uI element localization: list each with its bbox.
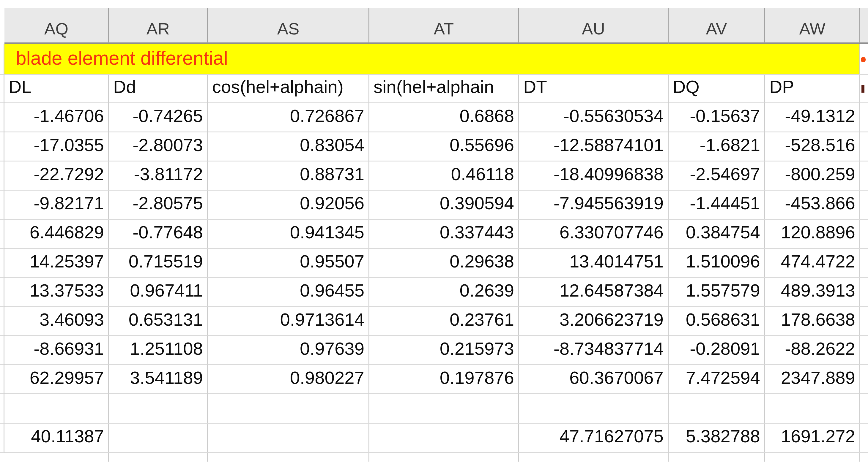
cell-r1-ar[interactable]: -0.74265 (109, 103, 208, 132)
cell-r5-aw[interactable]: 120.8896 (765, 220, 860, 249)
cell-r1-at[interactable]: 0.6868 (369, 103, 519, 132)
cell-r4-av[interactable]: -1.44451 (669, 191, 765, 220)
blank-cell-ar[interactable] (109, 394, 208, 424)
cell-r9-as[interactable]: 0.97639 (208, 336, 369, 365)
total-cell-at[interactable] (369, 424, 519, 453)
cell-r3-aq[interactable]: -22.7292 (4, 162, 109, 191)
partial-cell-aw[interactable] (765, 453, 860, 462)
cell-r7-at[interactable]: 0.2639 (369, 278, 519, 307)
merged-banner-cell[interactable]: blade element differential (4, 44, 860, 75)
cell-r7-as[interactable]: 0.96455 (208, 278, 369, 307)
cell-r10-ar[interactable]: 3.541189 (109, 365, 208, 394)
column-header-aq[interactable]: AQ (4, 8, 109, 44)
cell-r7-av[interactable]: 1.557579 (669, 278, 765, 307)
column-header-au[interactable]: AU (519, 8, 669, 44)
cell-r8-at[interactable]: 0.23761 (369, 307, 519, 336)
cell-r2-aw[interactable]: -528.516 (765, 132, 860, 162)
cell-r3-aw[interactable]: -800.259 (765, 162, 860, 191)
partial-cell-at[interactable] (369, 453, 519, 462)
cell-r4-ar[interactable]: -2.80575 (109, 191, 208, 220)
column-header-av[interactable]: AV (669, 8, 765, 44)
cell-r2-as[interactable]: 0.83054 (208, 132, 369, 162)
cell-r6-at[interactable]: 0.29638 (369, 249, 519, 278)
cell-r4-as[interactable]: 0.92056 (208, 191, 369, 220)
partial-cell-aq[interactable] (4, 453, 109, 462)
cell-r7-aq[interactable]: 13.37533 (4, 278, 109, 307)
cell-r8-as[interactable]: 0.9713614 (208, 307, 369, 336)
cell-r4-at[interactable]: 0.390594 (369, 191, 519, 220)
cell-r6-aq[interactable]: 14.25397 (4, 249, 109, 278)
total-cell-as[interactable] (208, 424, 369, 453)
cell-r5-av[interactable]: 0.384754 (669, 220, 765, 249)
column-header-aw[interactable]: AW (765, 8, 860, 44)
cell-r3-ar[interactable]: -3.81172 (109, 162, 208, 191)
cell-r10-au[interactable]: 60.3670067 (519, 365, 669, 394)
cell-r8-au[interactable]: 3.206623719 (519, 307, 669, 336)
cell-r6-av[interactable]: 1.510096 (669, 249, 765, 278)
cell-r9-ar[interactable]: 1.251108 (109, 336, 208, 365)
cell-r10-aw[interactable]: 2347.889 (765, 365, 860, 394)
cell-r9-aq[interactable]: -8.66931 (4, 336, 109, 365)
cell-r2-at[interactable]: 0.55696 (369, 132, 519, 162)
cell-r6-au[interactable]: 13.4014751 (519, 249, 669, 278)
cell-r7-au[interactable]: 12.64587384 (519, 278, 669, 307)
cell-r5-ar[interactable]: -0.77648 (109, 220, 208, 249)
blank-cell-au[interactable] (519, 394, 669, 424)
cell-r7-ar[interactable]: 0.967411 (109, 278, 208, 307)
cell-r8-ar[interactable]: 0.653131 (109, 307, 208, 336)
cell-r5-au[interactable]: 6.330707746 (519, 220, 669, 249)
cell-r4-aq[interactable]: -9.82171 (4, 191, 109, 220)
cell-r5-at[interactable]: 0.337443 (369, 220, 519, 249)
cell-r2-aq[interactable]: -17.0355 (4, 132, 109, 162)
total-cell-av[interactable]: 5.382788 (669, 424, 765, 453)
column-header-as[interactable]: AS (208, 8, 369, 44)
cell-r7-aw[interactable]: 489.3913 (765, 278, 860, 307)
partial-cell-as[interactable] (208, 453, 369, 462)
cell-r9-av[interactable]: -0.28091 (669, 336, 765, 365)
field-header-dp[interactable]: DP (765, 75, 860, 103)
cell-r2-au[interactable]: -12.58874101 (519, 132, 669, 162)
cell-r10-at[interactable]: 0.197876 (369, 365, 519, 394)
cell-r9-aw[interactable]: -88.2622 (765, 336, 860, 365)
field-header-sin-hel-alphain[interactable]: sin(hel+alphain (369, 75, 519, 103)
field-header-dl[interactable]: DL (4, 75, 109, 103)
field-header-cos-hel-alphain[interactable]: cos(hel+alphain) (208, 75, 369, 103)
cell-r4-au[interactable]: -7.945563919 (519, 191, 669, 220)
cell-r9-at[interactable]: 0.215973 (369, 336, 519, 365)
cell-r1-aq[interactable]: -1.46706 (4, 103, 109, 132)
cell-r8-aw[interactable]: 178.6638 (765, 307, 860, 336)
cell-r1-as[interactable]: 0.726867 (208, 103, 369, 132)
cell-r10-av[interactable]: 7.472594 (669, 365, 765, 394)
cell-r3-av[interactable]: -2.54697 (669, 162, 765, 191)
cell-r2-ar[interactable]: -2.80073 (109, 132, 208, 162)
cell-r3-at[interactable]: 0.46118 (369, 162, 519, 191)
cell-r6-ar[interactable]: 0.715519 (109, 249, 208, 278)
cell-r9-au[interactable]: -8.734837714 (519, 336, 669, 365)
field-header-dt[interactable]: DT (519, 75, 669, 103)
cell-r1-aw[interactable]: -49.1312 (765, 103, 860, 132)
cell-r2-av[interactable]: -1.6821 (669, 132, 765, 162)
cell-r3-au[interactable]: -18.40996838 (519, 162, 669, 191)
partial-cell-au[interactable] (519, 453, 669, 462)
blank-cell-as[interactable] (208, 394, 369, 424)
partial-cell-av[interactable] (669, 453, 765, 462)
cell-r6-aw[interactable]: 474.4722 (765, 249, 860, 278)
cell-r5-as[interactable]: 0.941345 (208, 220, 369, 249)
blank-cell-aw[interactable] (765, 394, 860, 424)
cell-r10-as[interactable]: 0.980227 (208, 365, 369, 394)
blank-cell-at[interactable] (369, 394, 519, 424)
column-header-at[interactable]: AT (369, 8, 519, 44)
blank-cell-av[interactable] (669, 394, 765, 424)
cell-r6-as[interactable]: 0.95507 (208, 249, 369, 278)
total-cell-aw[interactable]: 1691.272 (765, 424, 860, 453)
cell-r8-aq[interactable]: 3.46093 (4, 307, 109, 336)
blank-cell-aq[interactable] (4, 394, 109, 424)
cell-r1-av[interactable]: -0.15637 (669, 103, 765, 132)
column-header-ar[interactable]: AR (109, 8, 208, 44)
field-header-dd[interactable]: Dd (109, 75, 208, 103)
total-cell-au[interactable]: 47.71627075 (519, 424, 669, 453)
cell-r4-aw[interactable]: -453.866 (765, 191, 860, 220)
cell-r10-aq[interactable]: 62.29957 (4, 365, 109, 394)
total-cell-aq[interactable]: 40.11387 (4, 424, 109, 453)
total-cell-ar[interactable] (109, 424, 208, 453)
